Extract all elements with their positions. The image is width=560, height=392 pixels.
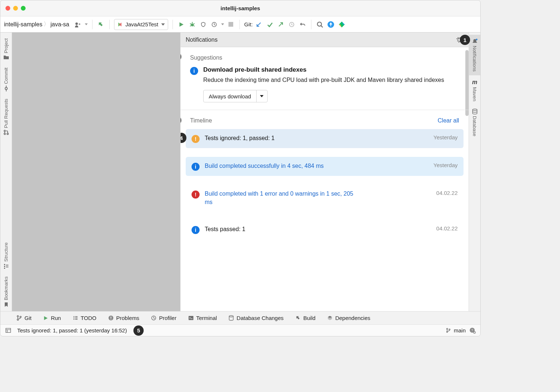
chevron-down-icon[interactable] [221, 23, 224, 25]
svg-point-22 [4, 130, 5, 132]
run-tab[interactable]: Run [43, 315, 61, 321]
git-commit-icon[interactable] [266, 20, 274, 29]
window-close-button[interactable] [5, 6, 10, 11]
breadcrumb[interactable]: intellij-samples 〉 java-sa [4, 20, 71, 28]
lock-settings-icon[interactable]: ? [469, 327, 477, 335]
annotation-badge-3: 3 [181, 115, 181, 125]
svg-point-1 [79, 23, 80, 25]
database-changes-tab[interactable]: Database Changes [228, 315, 283, 321]
timeline-item-date: Yesterday [426, 162, 458, 168]
chevron-down-icon[interactable] [256, 90, 267, 102]
git-tab[interactable]: Git [16, 315, 31, 321]
timeline-item[interactable]: iBuild completed successfully in 4 sec, … [186, 157, 463, 176]
undo-icon[interactable] [299, 20, 307, 29]
window-title: intellij-samples [0, 5, 480, 11]
timeline-section-title: Timeline [190, 117, 212, 124]
terminal-tab[interactable]: Terminal [188, 315, 217, 321]
svg-rect-43 [110, 317, 111, 318]
search-icon[interactable] [316, 20, 324, 29]
build-icon[interactable] [97, 20, 105, 29]
timeline-item-title: Build completed with 1 error and 0 warni… [205, 190, 358, 206]
test-icon [117, 22, 122, 27]
svg-rect-46 [189, 316, 193, 320]
run-icon[interactable] [177, 20, 185, 29]
chevron-down-icon[interactable] [85, 23, 88, 25]
structure-tool-button[interactable]: Structure [3, 239, 9, 273]
svg-rect-39 [75, 318, 77, 318]
suggestions-section-title: Suggestions [190, 54, 222, 61]
notifications-title: Notifications [186, 37, 217, 43]
maven-tool-button[interactable]: m Maven [472, 75, 477, 105]
info-icon: i [190, 67, 198, 75]
git-branch-label[interactable]: main [454, 327, 466, 333]
dependencies-tab[interactable]: Dependencies [327, 315, 370, 321]
commit-icon [3, 86, 9, 91]
svg-point-32 [17, 316, 19, 317]
build-tab[interactable]: Build [295, 315, 315, 321]
sync-icon[interactable] [327, 20, 335, 29]
breadcrumb-root[interactable]: intellij-samples [4, 21, 42, 28]
database-tool-button[interactable]: Database [472, 105, 478, 140]
info-icon: i [192, 226, 200, 234]
timeline-item-title: Build completed successfully in 4 sec, 4… [205, 162, 323, 170]
profiler-icon [151, 315, 156, 321]
play-icon [43, 316, 48, 321]
svg-point-34 [20, 316, 21, 318]
annotation-badge-2: 2 [181, 52, 181, 62]
profiler-tab[interactable]: Profiler [151, 315, 177, 321]
error-icon: ! [192, 191, 200, 199]
timeline-item[interactable]: !Tests ignored: 1, passed: 1Yesterday [186, 129, 463, 148]
branch-icon [446, 328, 451, 333]
run-config-selector[interactable]: JavaAt25Test [114, 19, 168, 30]
status-message: Tests ignored: 1, passed: 1 (yesterday 1… [17, 327, 127, 333]
svg-rect-41 [75, 319, 77, 320]
window-zoom-button[interactable] [21, 6, 26, 11]
jetbrains-icon[interactable] [338, 20, 346, 29]
hammer-icon [295, 315, 301, 321]
chevron-down-icon [161, 23, 165, 26]
warn-icon: ! [192, 135, 200, 143]
svg-line-9 [190, 26, 191, 26]
commit-tool-button[interactable]: Commit [3, 64, 9, 95]
pull-request-icon [3, 129, 9, 135]
svg-marker-35 [44, 316, 48, 320]
coverage-icon[interactable] [199, 20, 207, 29]
debug-icon[interactable] [188, 20, 196, 29]
always-download-combo[interactable]: Always download [203, 90, 268, 102]
svg-rect-29 [6, 267, 8, 267]
git-pull-icon[interactable] [255, 20, 263, 29]
run-config-label: JavaAt25Test [125, 21, 158, 27]
svg-text:?: ? [471, 328, 473, 332]
project-tool-button[interactable]: Project [3, 35, 9, 64]
profiler-icon[interactable] [210, 20, 218, 29]
timeline-item[interactable]: iTests passed: 104.02.22 [186, 220, 463, 239]
project-settings-icon[interactable] [74, 20, 82, 29]
history-icon[interactable] [288, 20, 296, 29]
svg-point-54 [447, 328, 448, 329]
annotation-badge-1: 1 [460, 35, 470, 45]
problems-tab[interactable]: Problems [108, 315, 139, 321]
annotation-badge-5: 5 [133, 325, 144, 336]
timeline-item-title: Tests ignored: 1, passed: 1 [205, 134, 275, 142]
git-push-icon[interactable] [277, 20, 285, 29]
stop-icon[interactable] [227, 20, 235, 29]
svg-point-24 [7, 133, 8, 135]
pull-requests-tool-button[interactable]: Pull Requests [3, 95, 9, 139]
timeline-item-date: Yesterday [426, 134, 458, 140]
bookmarks-tool-button[interactable]: Bookmarks [3, 273, 9, 311]
bell-icon [472, 38, 478, 44]
clear-all-link[interactable]: Clear all [438, 117, 459, 124]
todo-tab[interactable]: TODO [73, 315, 97, 321]
tool-windows-icon[interactable] [4, 327, 12, 335]
window-minimize-button[interactable] [13, 6, 18, 11]
breadcrumb-item[interactable]: java-sa [50, 21, 71, 28]
svg-point-47 [229, 316, 233, 317]
git-label: Git: [244, 21, 253, 27]
terminal-icon [188, 315, 194, 321]
timeline-item[interactable]: !Build completed with 1 error and 0 warn… [186, 185, 463, 211]
notifications-tool-button[interactable]: Notifications [469, 35, 480, 75]
left-tool-stripe: Project Commit Pull Requests Structure B… [0, 33, 12, 311]
svg-point-55 [447, 331, 448, 332]
svg-point-0 [75, 22, 78, 25]
bookmark-icon [3, 302, 9, 308]
